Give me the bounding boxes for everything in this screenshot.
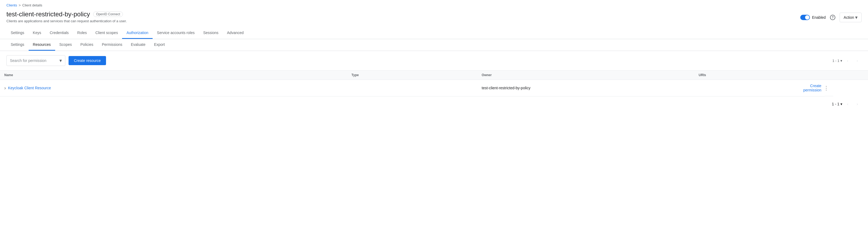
toggle-label: Enabled — [812, 15, 826, 20]
subtab-export[interactable]: Export — [150, 39, 169, 51]
page-subtitle: Clients are applications and services th… — [6, 19, 127, 23]
top-pagination: 1 - 1 ▾ ‹ › — [832, 56, 862, 65]
subtab-settings[interactable]: Settings — [6, 39, 29, 51]
col-type-header: Type — [347, 71, 477, 80]
col-owner-header: Owner — [477, 71, 694, 80]
breadcrumb-parent[interactable]: Clients — [6, 3, 17, 7]
pagination-range-text: 1 - 1 — [832, 59, 839, 63]
row-expand-icon[interactable]: › — [4, 85, 6, 91]
breadcrumb-current: Client details — [22, 3, 42, 7]
subtab-policies[interactable]: Policies — [76, 39, 97, 51]
col-name-header: Name — [0, 71, 347, 80]
page-header: test-client-restricted-by-policy OpenID … — [0, 8, 868, 27]
tab-sessions[interactable]: Sessions — [199, 27, 223, 39]
subtab-resources[interactable]: Resources — [29, 39, 55, 51]
search-placeholder: Search for permission — [10, 58, 46, 63]
toggle-container: Enabled — [800, 15, 826, 20]
resource-type-cell — [347, 80, 477, 97]
action-chevron-icon: ▾ — [855, 15, 858, 20]
create-resource-button[interactable]: Create resource — [68, 56, 106, 65]
toggle-knob — [805, 15, 809, 20]
breadcrumb-separator: > — [19, 3, 21, 7]
action-button[interactable]: Action ▾ — [840, 12, 862, 22]
tab-authorization[interactable]: Authorization — [122, 27, 153, 39]
pagination-range[interactable]: 1 - 1 ▾ — [832, 59, 842, 63]
pagination-next-icon[interactable]: › — [853, 56, 862, 65]
tab-credentials[interactable]: Credentials — [45, 27, 73, 39]
main-tabs: Settings Keys Credentials Roles Client s… — [0, 27, 868, 39]
search-permission-dropdown[interactable]: Search for permission ▾ — [6, 55, 65, 66]
subtab-permissions[interactable]: Permissions — [97, 39, 126, 51]
help-icon[interactable]: ? — [830, 15, 835, 20]
breadcrumb: Clients > Client details — [0, 0, 868, 8]
subtab-scopes[interactable]: Scopes — [55, 39, 76, 51]
bottom-pagination-chevron-icon: ▾ — [840, 102, 842, 106]
enabled-toggle[interactable] — [800, 15, 810, 20]
tab-settings[interactable]: Settings — [6, 27, 29, 39]
page-title: test-client-restricted-by-policy — [6, 10, 90, 18]
bottom-pagination-prev-icon[interactable]: ‹ — [843, 100, 852, 108]
tab-roles[interactable]: Roles — [73, 27, 91, 39]
openid-connect-badge: OpenID Connect — [93, 11, 123, 17]
col-uris-header: URIs — [694, 71, 825, 80]
action-label: Action — [844, 15, 854, 20]
bottom-pagination-text: 1 - 1 — [832, 102, 839, 106]
resource-actions-cell: Create permission ⋮ — [825, 80, 833, 96]
resource-owner-cell: test-client-restricted-by-policy — [477, 80, 694, 97]
more-options-icon[interactable]: ⋮ — [824, 84, 829, 92]
col-actions-header — [825, 71, 868, 80]
bottom-pagination-next-icon[interactable]: › — [853, 100, 862, 108]
dropdown-chevron-icon: ▾ — [59, 58, 62, 63]
resources-table: Name Type Owner URIs › Keycloak Client R… — [0, 70, 868, 97]
tab-keys[interactable]: Keys — [29, 27, 45, 39]
toolbar: Search for permission ▾ Create resource … — [0, 51, 868, 70]
tab-client-scopes[interactable]: Client scopes — [91, 27, 122, 39]
bottom-pagination-range[interactable]: 1 - 1 ▾ — [832, 102, 842, 106]
tab-advanced[interactable]: Advanced — [223, 27, 248, 39]
table-row: › Keycloak Client Resource test-client-r… — [0, 80, 868, 97]
toolbar-left: Search for permission ▾ Create resource — [6, 55, 106, 66]
pagination-range-chevron-icon: ▾ — [840, 59, 842, 63]
sub-tabs: Settings Resources Scopes Policies Permi… — [0, 39, 868, 51]
resource-name-cell: › Keycloak Client Resource — [0, 80, 347, 97]
subtab-evaluate[interactable]: Evaluate — [127, 39, 150, 51]
tab-service-accounts-roles[interactable]: Service accounts roles — [153, 27, 199, 39]
pagination-prev-icon[interactable]: ‹ — [843, 56, 852, 65]
bottom-pagination: 1 - 1 ▾ ‹ › — [0, 97, 868, 111]
create-permission-link[interactable]: Create permission — [803, 84, 822, 92]
resource-name-link[interactable]: Keycloak Client Resource — [8, 86, 51, 90]
table-header: Name Type Owner URIs — [0, 71, 868, 80]
page-header-right: Enabled ? Action ▾ — [800, 12, 862, 22]
page-header-left: test-client-restricted-by-policy OpenID … — [6, 10, 127, 23]
